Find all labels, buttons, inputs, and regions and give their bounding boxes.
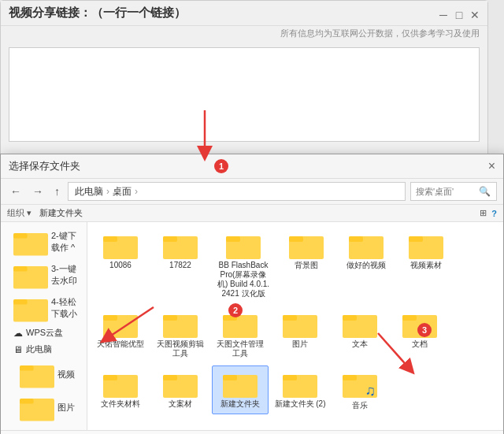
- file-label-background: 背景图: [295, 261, 318, 270]
- file-item-folder-material[interactable]: 文件夹材料: [92, 365, 149, 414]
- svg-rect-39: [402, 315, 417, 321]
- sidebar-label-wps: WPS云盘: [26, 327, 63, 339]
- file-label-folder-material: 文件夹材料: [101, 399, 140, 409]
- sidebar-item-pc[interactable]: 🖥 此电脑: [1, 341, 87, 358]
- svg-rect-3: [13, 266, 28, 272]
- sidebar-item-wps[interactable]: ☁ WPS云盘: [1, 325, 87, 341]
- music-note-icon: ♫: [365, 383, 376, 399]
- file-item-tiantu-video[interactable]: 天图视频剪辑工具: [152, 306, 209, 362]
- file-label-bbflashback: BB FlashBack Pro(屏幕录像机) Build 4.0.1.2421…: [216, 261, 271, 299]
- nav-back-button[interactable]: ←: [7, 184, 24, 199]
- svg-rect-19: [163, 236, 177, 242]
- annotation-circle-3: 3: [417, 323, 432, 337]
- file-item-17822[interactable]: 17822: [152, 227, 209, 302]
- new-folder-button[interactable]: 新建文件夹: [36, 206, 86, 220]
- file-label-17822: 17822: [169, 261, 191, 270]
- svg-rect-47: [283, 375, 297, 380]
- wps-icon: ☁: [13, 328, 23, 339]
- file-item-wencai[interactable]: 文案材: [152, 365, 209, 414]
- search-icon: 🔍: [479, 186, 491, 197]
- file-item-background[interactable]: 背景图: [278, 227, 335, 302]
- svg-rect-49: [343, 375, 357, 380]
- svg-rect-37: [343, 315, 357, 321]
- breadcrumb-pc[interactable]: 此电脑: [75, 185, 103, 198]
- file-item-done-video[interactable]: 做好的视频: [338, 227, 395, 302]
- view-button[interactable]: ⊞: [480, 208, 487, 218]
- sidebar-item-quick2[interactable]: 3-一键去水印: [1, 258, 87, 291]
- svg-rect-45: [223, 375, 237, 380]
- sidebar-item-video[interactable]: 视频: [1, 358, 87, 391]
- file-label-document: 文档: [412, 339, 428, 349]
- main-titlebar: 视频分享链接：（一行一个链接） ─ □ ✕: [1, 1, 487, 26]
- svg-rect-41: [103, 375, 117, 380]
- file-label-tiantu-video: 天图视频剪辑工具: [154, 339, 206, 358]
- search-box: 🔍: [410, 182, 497, 201]
- help-button[interactable]: ?: [491, 209, 497, 218]
- file-label-text: 文本: [352, 339, 368, 349]
- sidebar-item-pic[interactable]: 图片: [1, 391, 87, 424]
- pc-icon: 🖥: [13, 344, 23, 355]
- svg-rect-21: [226, 236, 240, 242]
- sidebar: 2-键下载作 ^ 3-一键去水印 4-轻松下载小 ☁ WPS云盘 🖥 此电脑 视…: [1, 222, 87, 430]
- file-item-tianyou[interactable]: 天佑智能优型: [92, 306, 149, 362]
- breadcrumb-sep2: ›: [135, 186, 138, 197]
- svg-rect-43: [163, 375, 177, 380]
- sidebar-item-doc[interactable]: 文档: [1, 424, 87, 430]
- svg-rect-5: [13, 299, 28, 305]
- file-item-new-folder[interactable]: 新建文件夹: [212, 365, 269, 414]
- file-label-music: 音乐: [352, 401, 368, 410]
- file-label-10086: 10086: [109, 261, 132, 270]
- file-label-new-folder2: 新建文件夹 (2): [275, 399, 326, 409]
- organize-label: 组织 ▾: [7, 207, 32, 219]
- sidebar-label-quick2: 3-一键去水印: [51, 263, 79, 287]
- file-item-text[interactable]: 文本: [332, 306, 388, 362]
- search-input[interactable]: [416, 187, 479, 196]
- file-item-bbflashback[interactable]: BB FlashBack Pro(屏幕录像机) Build 4.0.1.2421…: [212, 227, 275, 302]
- secondary-toolbar: 组织 ▾ 新建文件夹 ⊞ ?: [1, 205, 503, 222]
- sidebar-label-pic: 图片: [57, 402, 75, 414]
- file-item-music[interactable]: ♫ 音乐: [332, 365, 388, 414]
- dialog-nav-toolbar: ← → ↑ 此电脑 › 桌面 › 🔍: [1, 179, 503, 205]
- file-item-new-folder2[interactable]: 新建文件夹 (2): [272, 365, 328, 414]
- svg-rect-29: [103, 315, 117, 321]
- sidebar-item-quick1[interactable]: 2-键下载作 ^: [1, 225, 87, 258]
- nav-forward-button[interactable]: →: [29, 184, 46, 199]
- annotation-circle-1: 1: [214, 159, 228, 173]
- minimize-button[interactable]: ─: [439, 9, 448, 18]
- svg-rect-31: [163, 315, 177, 321]
- file-item-video-material[interactable]: 视频素材: [398, 227, 454, 302]
- close-window-button[interactable]: ✕: [470, 9, 480, 18]
- nav-up-button[interactable]: ↑: [51, 184, 63, 199]
- dialog-title: 选择保存文件夹: [9, 159, 80, 173]
- annotation-circle-2: 2: [228, 303, 243, 317]
- svg-rect-35: [283, 315, 297, 321]
- sidebar-item-quick3[interactable]: 4-轻松下载小: [1, 291, 87, 325]
- file-item-pictures[interactable]: 图片: [272, 306, 328, 362]
- breadcrumb-desktop[interactable]: 桌面: [113, 185, 132, 198]
- sidebar-label-quick3: 4-轻松下载小: [51, 296, 79, 320]
- file-label-video-material: 视频素材: [410, 261, 442, 270]
- sidebar-label-pc: 此电脑: [26, 343, 52, 355]
- file-label-wencai: 文案材: [169, 399, 192, 409]
- file-label-tiantu-file: 天图文件管理工具: [214, 339, 266, 358]
- svg-rect-27: [409, 236, 423, 242]
- svg-rect-23: [289, 236, 303, 242]
- file-label-new-folder: 新建文件夹: [220, 399, 260, 409]
- svg-rect-9: [20, 399, 34, 404]
- file-label-pictures: 图片: [292, 339, 308, 349]
- maximize-button[interactable]: □: [454, 9, 464, 18]
- svg-rect-25: [349, 236, 363, 242]
- svg-rect-7: [20, 365, 34, 371]
- file-label-done-video: 做好的视频: [346, 261, 386, 270]
- file-item-10086[interactable]: 10086: [92, 227, 149, 302]
- sidebar-label-quick1: 2-键下载作 ^: [51, 230, 79, 254]
- svg-rect-17: [103, 236, 117, 242]
- file-chooser-dialog: 选择保存文件夹 × ← → ↑ 此电脑 › 桌面 › 🔍 组织 ▾ 新建文件夹 …: [0, 154, 504, 434]
- dialog-close-button[interactable]: ×: [488, 159, 495, 173]
- sidebar-label-video: 视频: [57, 369, 75, 380]
- dialog-titlebar: 选择保存文件夹 ×: [1, 154, 503, 179]
- breadcrumb-sep1: ›: [106, 186, 109, 197]
- url-textarea[interactable]: [9, 47, 480, 142]
- dialog-bottom: 文件名： 选择文件夹 取消: [1, 430, 503, 434]
- main-title: 视频分享链接：（一行一个链接）: [9, 6, 186, 20]
